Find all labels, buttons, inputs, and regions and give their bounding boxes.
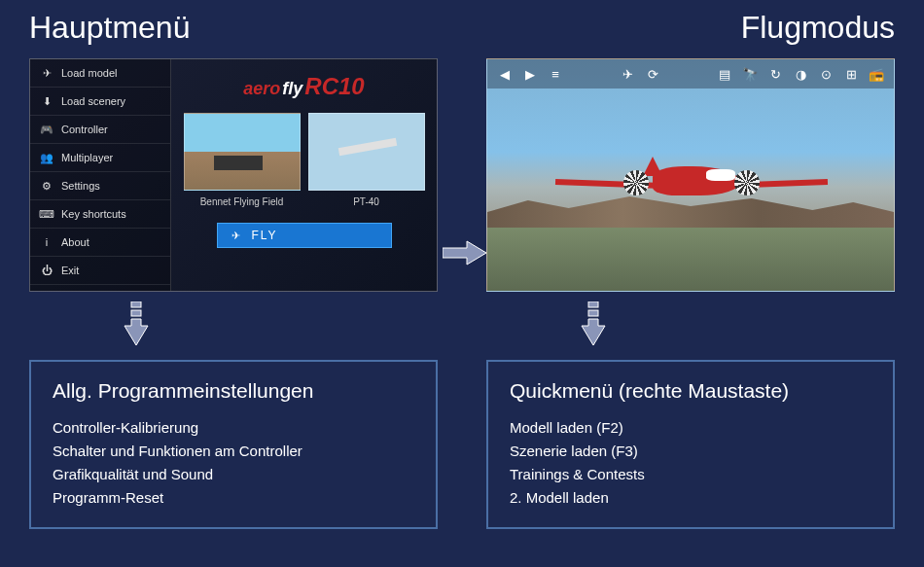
model-label: PT-40 <box>308 191 425 213</box>
list-item: Programm-Reset <box>53 486 414 510</box>
sidebar-item-label: Settings <box>61 180 100 192</box>
sidebar-item-label: Key shortcuts <box>61 208 126 220</box>
aircraft-illustration <box>565 127 818 244</box>
infobox-quickmenu: Quickmenü (rechte Maustaste) Modell lade… <box>486 360 895 529</box>
sidebar-item-key-shortcuts[interactable]: ⌨ Key shortcuts <box>30 200 170 229</box>
info-icon: i <box>40 235 53 249</box>
mainmenu-content: aero fly RC10 Bennet Flying Field PT-40 … <box>171 59 437 291</box>
list-item: Trainings & Contests <box>510 463 871 486</box>
power-icon: ⏻ <box>40 264 53 277</box>
scenery-label: Bennet Flying Field <box>184 191 301 213</box>
airplane-icon: ✈ <box>40 66 53 80</box>
list-item: Grafikqualität und Sound <box>53 463 414 486</box>
list-icon[interactable]: ▤ <box>715 64 734 84</box>
flight-toolbar: ◀ ▶ ≡ ✈ ⟳ ▤ 🔭 ↻ ◑ ⊙ ⊞ 📻 <box>487 59 894 89</box>
people-icon: 👥 <box>40 151 53 164</box>
list-item: 2. Modell laden <box>510 486 871 510</box>
sidebar-item-label: About <box>61 236 89 248</box>
contrast-icon[interactable]: ◑ <box>791 64 810 84</box>
arrow-down-left <box>122 301 151 345</box>
mainmenu-panel: ✈ Load model ⬇ Load scenery 🎮 Controller… <box>29 58 438 292</box>
heading-flightmode: Flugmodus <box>741 10 895 46</box>
sidebar-item-about[interactable]: i About <box>30 229 170 257</box>
scenery-image <box>184 113 301 191</box>
list-item: Schalter und Funktionen am Controller <box>53 440 414 463</box>
sidebar-item-multiplayer[interactable]: 👥 Multiplayer <box>30 144 170 172</box>
sidebar-item-settings[interactable]: ⚙ Settings <box>30 172 170 200</box>
model-thumbnail[interactable]: PT-40 <box>308 113 425 213</box>
sidebar-item-label: Controller <box>61 124 108 135</box>
reload-icon[interactable]: ⟳ <box>643 64 662 84</box>
sidebar-item-label: Exit <box>61 265 79 276</box>
download-icon: ⬇ <box>40 94 53 108</box>
sidebar-item-label: Load scenery <box>61 95 125 107</box>
infobox-list: Controller-Kalibrierung Schalter und Fun… <box>53 416 414 510</box>
arrow-to-flightmode <box>443 238 486 267</box>
mainmenu-sidebar: ✈ Load model ⬇ Load scenery 🎮 Controller… <box>30 59 171 291</box>
heading-mainmenu: Hauptmenü <box>29 10 190 46</box>
list-item: Szenerie laden (F3) <box>510 440 871 463</box>
sidebar-item-controller[interactable]: 🎮 Controller <box>30 116 170 144</box>
refresh-icon[interactable]: ↻ <box>765 64 785 84</box>
back-icon[interactable]: ◀ <box>495 64 515 84</box>
infobox-list: Modell laden (F2) Szenerie laden (F3) Tr… <box>510 416 871 510</box>
infobox-title: Quickmenü (rechte Maustaste) <box>510 379 871 403</box>
airplane-icon: ✈ <box>231 230 242 242</box>
infobox-program-settings: Allg. Programmeinstellungen Controller-K… <box>29 360 438 529</box>
list-item: Modell laden (F2) <box>510 416 871 440</box>
play-icon[interactable]: ▶ <box>520 64 540 84</box>
list-item: Controller-Kalibrierung <box>53 416 414 440</box>
sidebar-item-load-model[interactable]: ✈ Load model <box>30 59 170 88</box>
svg-rect-3 <box>588 310 598 316</box>
airplane-icon[interactable]: ✈ <box>618 64 637 84</box>
menu-icon[interactable]: ≡ <box>546 64 565 84</box>
binoculars-icon[interactable]: 🔭 <box>740 64 760 84</box>
infobox-title: Allg. Programmeinstellungen <box>53 379 414 403</box>
grid-icon[interactable]: ⊞ <box>841 64 861 84</box>
sidebar-item-exit[interactable]: ⏻ Exit <box>30 257 170 285</box>
logo-part: aero <box>243 79 280 99</box>
arrow-down-right <box>579 301 608 345</box>
svg-rect-2 <box>588 301 598 307</box>
sidebar-item-label: Load model <box>61 67 118 79</box>
fly-button-label: FLY <box>252 229 278 242</box>
flightmode-panel: ◀ ▶ ≡ ✈ ⟳ ▤ 🔭 ↻ ◑ ⊙ ⊞ 📻 <box>486 58 895 292</box>
gear-icon: ⚙ <box>40 179 53 193</box>
svg-rect-1 <box>131 310 141 316</box>
sidebar-item-load-scenery[interactable]: ⬇ Load scenery <box>30 88 170 116</box>
radio-icon[interactable]: 📻 <box>867 64 886 84</box>
sidebar-item-label: Multiplayer <box>61 152 113 163</box>
logo-part: RC10 <box>304 73 364 100</box>
keyboard-icon: ⌨ <box>40 207 53 221</box>
scenery-thumbnail[interactable]: Bennet Flying Field <box>184 113 301 213</box>
target-icon[interactable]: ⊙ <box>816 64 835 84</box>
svg-rect-0 <box>131 301 141 307</box>
model-image <box>308 113 425 191</box>
app-logo: aero fly RC10 <box>171 59 437 113</box>
fly-button[interactable]: ✈ FLY <box>217 223 392 248</box>
controller-icon: 🎮 <box>40 123 53 136</box>
logo-part: fly <box>282 79 302 99</box>
thumbnail-row: Bennet Flying Field PT-40 <box>171 113 437 213</box>
